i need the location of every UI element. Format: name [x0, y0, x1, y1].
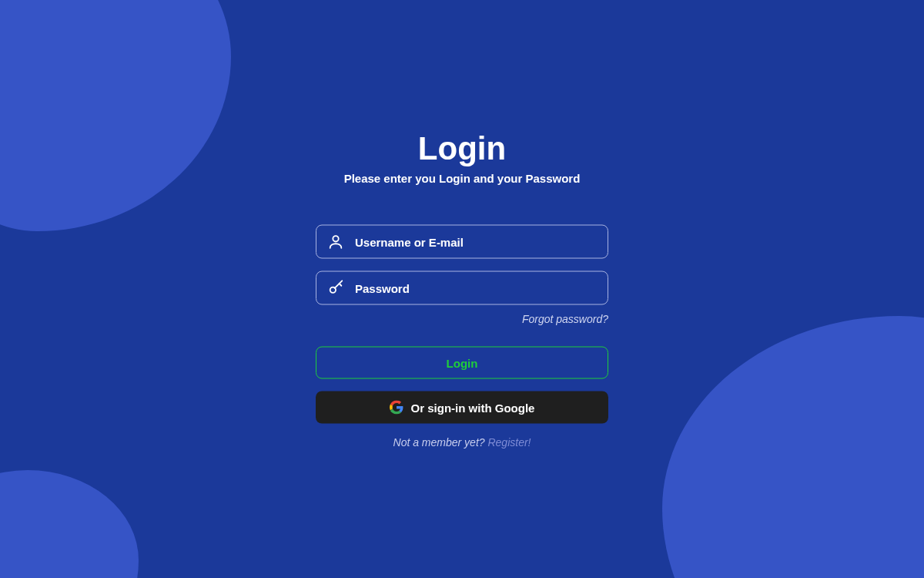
password-input[interactable] [355, 281, 597, 294]
username-field-wrapper[interactable] [316, 225, 608, 259]
user-icon [327, 234, 344, 250]
register-link[interactable]: Register! [487, 436, 531, 449]
page-title: Login [316, 130, 608, 167]
google-icon [390, 401, 403, 415]
password-field-wrapper[interactable] [316, 271, 608, 305]
google-signin-button[interactable]: Or sign-in with Google [316, 391, 608, 424]
register-prompt-text: Not a member yet? [393, 436, 488, 449]
decorative-blob [0, 470, 139, 578]
google-button-label: Or sign-in with Google [411, 401, 535, 414]
svg-point-0 [333, 236, 338, 241]
register-prompt: Not a member yet? Register! [316, 436, 608, 449]
username-input[interactable] [355, 235, 597, 248]
login-card: Login Please enter you Login and your Pa… [316, 130, 608, 449]
forgot-password-link[interactable]: Forgot password? [316, 313, 608, 325]
key-icon [327, 280, 344, 297]
page-subtitle: Please enter you Login and your Password [316, 172, 608, 185]
decorative-blob [0, 0, 231, 231]
login-button[interactable]: Login [316, 347, 608, 379]
decorative-blob [662, 316, 924, 578]
